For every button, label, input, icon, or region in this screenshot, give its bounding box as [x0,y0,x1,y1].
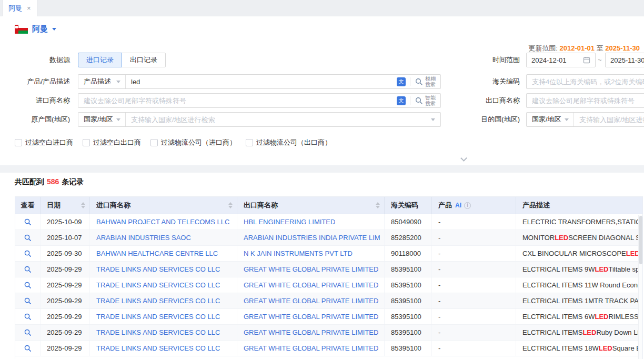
table-scrollbar [638,215,642,359]
header-date[interactable]: 日期 [41,197,90,214]
view-search-icon[interactable] [22,326,34,339]
importer-link[interactable]: ARABIAN INDUSTRIES SAOC [96,234,191,242]
view-search-icon[interactable] [22,247,34,260]
divider [410,77,410,86]
exporter-cell: GREAT WHITE GLOBAL PRIVATE LIMITED [237,277,385,293]
hs-code-input[interactable] [527,75,644,88]
importer-link[interactable]: TRADE LINKS AND SERVICES CO LLC [96,297,220,305]
header-exporter[interactable]: 出口商名称 [237,197,385,214]
importer-input[interactable] [78,94,393,107]
importer-cell: ARABIAN INDUSTRIES SAOC [90,230,237,245]
origin-label: 原产国(地区) [0,112,70,127]
checkbox-filter-logistics-importer[interactable]: 过滤物流公司（进口商） [150,138,236,147]
date-end-input[interactable]: 2025-11-30 [605,53,644,67]
scrollbar-thumb[interactable] [639,216,642,264]
smart-search-button[interactable]: 智能搜索 [415,95,437,106]
exporter-input[interactable] [527,94,644,107]
exporter-link[interactable]: N K JAIN INSTRUMENTS PVT LTD [244,250,353,257]
page-tab-oman[interactable]: 阿曼 × [2,0,37,16]
table-row: 2025-09-29 TRADE LINKS AND SERVICES CO L… [15,309,642,325]
table-row: 2025-09-29 TRADE LINKS AND SERVICES CO L… [15,277,642,293]
importer-cell: BAHWAN HEALTHCARE CENTRE LLC [90,246,237,261]
tab-close-icon[interactable]: × [27,5,31,12]
importer-cell: TRADE LINKS AND SERVICES CO LLC [90,325,237,340]
date-range-separator: ~ [598,53,602,67]
results-summary: 共匹配到586条记录 [15,177,84,187]
exporter-link[interactable]: GREAT WHITE GLOBAL PRIVATE LIMITED [244,328,378,336]
importer-link[interactable]: BAHWAN PROJECT AND TELECOMS LLC [96,218,229,226]
table-row: 2025-09-30 BAHWAN HEALTHCARE CENTRE LLC … [15,246,642,262]
exporter-link[interactable]: GREAT WHITE GLOBAL PRIVATE LIMITED [244,281,378,289]
date-cell: 2025-09-30 [41,246,90,261]
importer-link[interactable]: TRADE LINKS AND SERVICES CO LLC [96,265,220,273]
importer-cell: TRADE LINKS AND SERVICES CO LLC [90,277,237,293]
exporter-link[interactable]: HBL ENGINEERING LIMITED [244,218,335,226]
translate-icon[interactable]: 文 [397,77,406,86]
view-search-icon[interactable] [22,232,34,244]
destination-input[interactable] [574,113,644,126]
exporter-cell: GREAT WHITE GLOBAL PRIVATE LIMITED [237,293,385,308]
date-cell: 2025-09-29 [41,293,90,308]
tab-import-records[interactable]: 进口记录 [78,53,122,67]
origin-input[interactable] [126,113,431,126]
view-cell [15,262,41,277]
collapse-form-button[interactable] [452,155,475,164]
exporter-cell: GREAT WHITE GLOBAL PRIVATE LIMITED [237,309,385,324]
table-row: 2025-09-29 TRADE LINKS AND SERVICES CO L… [15,262,642,277]
view-search-icon[interactable] [22,216,34,228]
header-importer[interactable]: 进口商名称 [90,197,237,214]
hs-code-cell: 85285200 [385,230,432,245]
exporter-link[interactable]: ARABIAN INDUSTRIES INDIA PRIVATE LIMIT..… [244,234,380,242]
checkbox-filter-blank-importer[interactable]: 过滤空白进口商 [15,138,73,147]
hs-code-cell: 85395100 [385,341,432,356]
time-range-label: 时间范围 [450,53,520,67]
update-range: 更新范围: 2012-01-01 至 2025-11-30 [528,44,640,53]
calendar-icon [583,56,590,64]
checkbox-filter-logistics-exporter[interactable]: 过滤物流公司（出口商） [246,138,331,147]
checkbox-icon[interactable] [150,139,158,146]
match-count: 586 [47,177,59,186]
date-cell: 2025-09-29 [41,262,90,277]
view-search-icon[interactable] [22,311,34,323]
origin-type-select[interactable]: 国家/地区 [78,113,126,126]
product-type-select[interactable]: 产品描述 [78,75,126,88]
importer-link[interactable]: TRADE LINKS AND SERVICES CO LLC [96,328,220,336]
exporter-link[interactable]: GREAT WHITE GLOBAL PRIVATE LIMITED [244,344,378,352]
exporter-link[interactable]: GREAT WHITE GLOBAL PRIVATE LIMITED [244,313,378,321]
product-input[interactable] [126,75,393,88]
importer-link[interactable]: TRADE LINKS AND SERVICES CO LLC [96,281,220,289]
checkbox-filter-blank-exporter[interactable]: 过滤空白出口商 [83,138,141,147]
hs-code-cell: 85395100 [385,309,432,324]
view-search-icon[interactable] [22,263,34,276]
view-cell [15,277,41,293]
date-end-value: 2025-11-30 [610,56,644,64]
date-start-input[interactable]: 2024-12-01 [526,53,596,67]
view-search-icon[interactable] [22,295,34,307]
importer-link[interactable]: BAHWAN HEALTHCARE CENTRE LLC [96,250,218,257]
translate-icon[interactable]: 文 [397,96,406,105]
checkbox-icon[interactable] [83,139,90,146]
exporter-link[interactable]: GREAT WHITE GLOBAL PRIVATE LIMITED [244,297,378,305]
update-range-label: 更新范围: [528,44,558,52]
product-label: 产品/产品描述 [0,74,70,89]
checkbox-icon[interactable] [15,139,22,146]
product-search-group: 产品描述 文 模糊搜索 [78,74,441,89]
destination-type-select[interactable]: 国家/地区 [527,113,574,126]
data-source-label: 数据源 [0,53,70,67]
checkbox-icon[interactable] [246,139,253,146]
importer-link[interactable]: TRADE LINKS AND SERVICES CO LLC [96,313,220,321]
view-search-icon[interactable] [22,279,34,292]
view-search-icon[interactable] [22,342,34,355]
info-icon[interactable]: i [464,202,471,209]
magnifier-icon [415,96,423,105]
ai-badge: AI [455,202,461,209]
exporter-link[interactable]: GREAT WHITE GLOBAL PRIVATE LIMITED [244,265,378,273]
product-cell: - [432,341,516,356]
importer-link[interactable]: TRADE LINKS AND SERVICES CO LLC [96,344,220,352]
fuzzy-search-button[interactable]: 模糊搜索 [415,76,437,87]
country-selector[interactable]: 阿曼 [15,24,56,34]
hs-code-cell: 85049090 [385,214,432,230]
destination-label: 目的国(地区) [450,112,520,127]
tab-export-records[interactable]: 出口记录 [122,53,166,67]
importer-cell: TRADE LINKS AND SERVICES CO LLC [90,262,237,277]
